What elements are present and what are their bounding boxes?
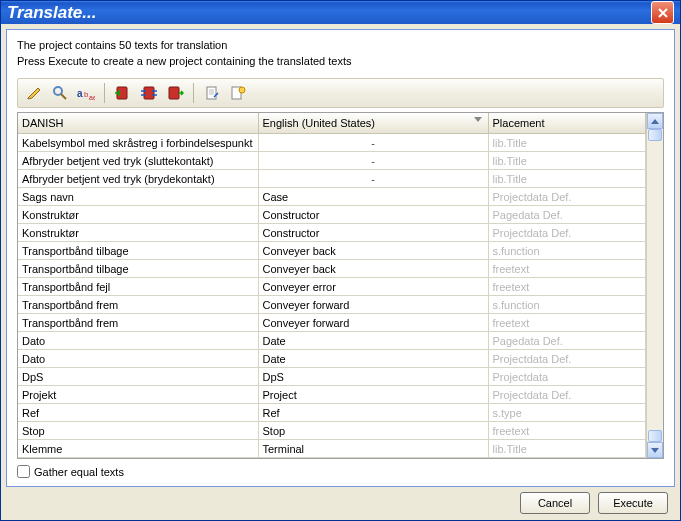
book-swap-icon bbox=[140, 85, 158, 101]
book-left-icon bbox=[114, 85, 132, 101]
dict-swap-button[interactable] bbox=[137, 81, 161, 105]
table-row[interactable]: Transportbånd tilbageConveyer backs.func… bbox=[18, 242, 646, 260]
cell-source[interactable]: Konstruktør bbox=[18, 224, 258, 242]
cell-placement: freetext bbox=[488, 278, 646, 296]
cell-source[interactable]: Ref bbox=[18, 404, 258, 422]
table-row[interactable]: Transportbånd tilbageConveyer backfreete… bbox=[18, 260, 646, 278]
dict-from-button[interactable] bbox=[111, 81, 135, 105]
description-line-1: The project contains 50 texts for transl… bbox=[17, 38, 664, 52]
table-row[interactable]: Sags navnCaseProjectdata Def. bbox=[18, 188, 646, 206]
cell-translation[interactable]: Stop bbox=[258, 422, 488, 440]
table-row[interactable]: ProjektProjectProjectdata Def. bbox=[18, 386, 646, 404]
cell-translation[interactable]: Conveyer forward bbox=[258, 314, 488, 332]
cell-source[interactable]: Transportbånd tilbage bbox=[18, 260, 258, 278]
cell-source[interactable]: Projekt bbox=[18, 386, 258, 404]
cell-source[interactable]: Dato bbox=[18, 350, 258, 368]
magnifier-icon bbox=[52, 85, 68, 101]
button-bar: Cancel Execute bbox=[1, 492, 680, 520]
scroll-thumb[interactable] bbox=[648, 129, 662, 141]
cell-source[interactable]: Stop bbox=[18, 422, 258, 440]
cell-source[interactable]: Afbryder betjent ved tryk (brydekontakt) bbox=[18, 170, 258, 188]
cell-source[interactable]: Afbryder betjent ved tryk (sluttekontakt… bbox=[18, 152, 258, 170]
cell-translation[interactable]: Conveyer forward bbox=[258, 296, 488, 314]
table-row[interactable]: Afbryder betjent ved tryk (sluttekontakt… bbox=[18, 152, 646, 170]
cell-translation[interactable]: Case bbox=[258, 188, 488, 206]
cell-translation[interactable]: Terminal bbox=[258, 440, 488, 458]
table-row[interactable]: KonstruktørConstructorPagedata Def. bbox=[18, 206, 646, 224]
svg-text:a: a bbox=[77, 88, 83, 99]
cell-source[interactable]: DpS bbox=[18, 368, 258, 386]
translate-dialog: Translate... The project contains 50 tex… bbox=[0, 0, 681, 521]
cell-placement: Pagedata Def. bbox=[488, 206, 646, 224]
cell-translation[interactable]: Constructor bbox=[258, 206, 488, 224]
text-button[interactable]: abae bbox=[74, 81, 98, 105]
table-row[interactable]: Transportbånd fejlConveyer errorfreetext bbox=[18, 278, 646, 296]
grid-header: DANISH English (United States) Placement bbox=[18, 113, 646, 134]
dict-to-button[interactable] bbox=[163, 81, 187, 105]
cell-translation[interactable]: - bbox=[258, 152, 488, 170]
cell-placement: Pagedata Def. bbox=[488, 332, 646, 350]
cell-translation[interactable]: Date bbox=[258, 350, 488, 368]
cell-source[interactable]: Transportbånd frem bbox=[18, 314, 258, 332]
cell-translation[interactable]: DpS bbox=[258, 368, 488, 386]
cell-source[interactable]: Transportbånd fejl bbox=[18, 278, 258, 296]
cancel-button[interactable]: Cancel bbox=[520, 492, 590, 514]
search-button[interactable] bbox=[48, 81, 72, 105]
text-icon: abae bbox=[77, 86, 95, 100]
close-icon bbox=[658, 8, 668, 18]
cell-translation[interactable]: - bbox=[258, 134, 488, 152]
cell-placement: Projectdata Def. bbox=[488, 224, 646, 242]
column-placement[interactable]: Placement bbox=[488, 113, 646, 134]
scroll-up-button[interactable] bbox=[647, 113, 663, 129]
cell-placement: freetext bbox=[488, 422, 646, 440]
table-row[interactable]: DatoDatePagedata Def. bbox=[18, 332, 646, 350]
cell-translation[interactable]: Conveyer error bbox=[258, 278, 488, 296]
close-button[interactable] bbox=[651, 1, 674, 24]
table-row[interactable]: DatoDateProjectdata Def. bbox=[18, 350, 646, 368]
table-row[interactable]: DpSDpSProjectdata bbox=[18, 368, 646, 386]
cell-source[interactable]: Transportbånd tilbage bbox=[18, 242, 258, 260]
column-english[interactable]: English (United States) bbox=[258, 113, 488, 134]
edit-button[interactable] bbox=[22, 81, 46, 105]
cell-placement: Projectdata Def. bbox=[488, 350, 646, 368]
scroll-thumb[interactable] bbox=[648, 430, 662, 442]
titlebar[interactable]: Translate... bbox=[1, 1, 680, 24]
scroll-down-button[interactable] bbox=[647, 442, 663, 458]
cell-source[interactable]: Klemme bbox=[18, 440, 258, 458]
column-danish[interactable]: DANISH bbox=[18, 113, 258, 134]
execute-button[interactable]: Execute bbox=[598, 492, 668, 514]
table-row[interactable]: Transportbånd fremConveyer forwards.func… bbox=[18, 296, 646, 314]
arrow-down-icon bbox=[651, 448, 659, 453]
cell-source[interactable]: Transportbånd frem bbox=[18, 296, 258, 314]
cell-translation[interactable]: Date bbox=[258, 332, 488, 350]
table-row[interactable]: Afbryder betjent ved tryk (brydekontakt)… bbox=[18, 170, 646, 188]
table-row[interactable]: KonstruktørConstructorProjectdata Def. bbox=[18, 224, 646, 242]
gather-equal-checkbox[interactable] bbox=[17, 465, 30, 478]
cell-source[interactable]: Kabelsymbol med skråstreg i forbindelses… bbox=[18, 134, 258, 152]
cell-translation[interactable]: Ref bbox=[258, 404, 488, 422]
cell-source[interactable]: Dato bbox=[18, 332, 258, 350]
pencil-icon bbox=[26, 85, 42, 101]
cell-translation[interactable]: Project bbox=[258, 386, 488, 404]
table-row[interactable]: Transportbånd fremConveyer forwardfreete… bbox=[18, 314, 646, 332]
gather-equal-label[interactable]: Gather equal texts bbox=[34, 466, 124, 478]
cell-placement: Projectdata bbox=[488, 368, 646, 386]
client-area: The project contains 50 texts for transl… bbox=[6, 29, 675, 487]
cell-source[interactable]: Konstruktør bbox=[18, 206, 258, 224]
table-row[interactable]: StopStopfreetext bbox=[18, 422, 646, 440]
cell-translation[interactable]: Constructor bbox=[258, 224, 488, 242]
column-english-label: English (United States) bbox=[263, 117, 376, 129]
page-button[interactable] bbox=[200, 81, 224, 105]
cell-source[interactable]: Sags navn bbox=[18, 188, 258, 206]
vertical-scrollbar[interactable] bbox=[646, 113, 663, 458]
translation-grid: DANISH English (United States) Placement… bbox=[17, 112, 664, 459]
table-row[interactable]: KlemmeTerminallib.Title bbox=[18, 440, 646, 458]
cell-placement: Projectdata Def. bbox=[488, 386, 646, 404]
table-row[interactable]: RefRefs.type bbox=[18, 404, 646, 422]
cell-translation[interactable]: Conveyer back bbox=[258, 260, 488, 278]
svg-text:ae: ae bbox=[89, 94, 95, 100]
table-row[interactable]: Kabelsymbol med skråstreg i forbindelses… bbox=[18, 134, 646, 152]
cell-translation[interactable]: Conveyer back bbox=[258, 242, 488, 260]
cell-translation[interactable]: - bbox=[258, 170, 488, 188]
page-new-button[interactable] bbox=[226, 81, 250, 105]
